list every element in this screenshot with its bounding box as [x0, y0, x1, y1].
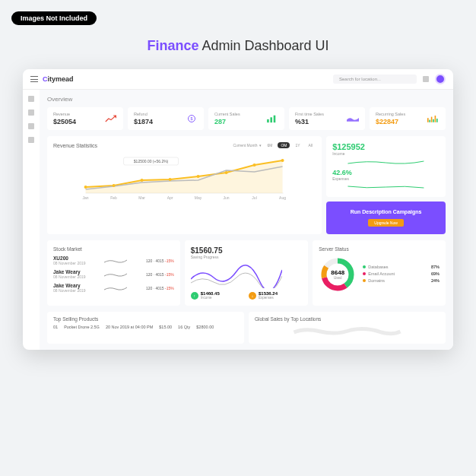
saving-card: $1560.75 Saving Progress ↑ $1460.45Incom… — [185, 240, 309, 306]
svg-text:Apr: Apr — [167, 195, 173, 200]
svg-text:Mar: Mar — [138, 195, 145, 200]
svg-text:May: May — [195, 195, 202, 200]
sidebar-item-settings[interactable] — [28, 137, 34, 143]
menu-icon[interactable] — [30, 76, 38, 82]
sidebar-item-users[interactable] — [28, 109, 34, 116]
svg-rect-7 — [431, 117, 433, 122]
top-products-card: Top Selling Products 01 Pocket Drone 2.5… — [47, 312, 244, 344]
income-sparkline — [332, 159, 440, 165]
svg-text:$: $ — [191, 116, 193, 121]
table-row[interactable]: 01 Pocket Drone 2.5G 20 Nov 2019 at 04:0… — [53, 325, 238, 329]
stat-cards-row: Revenue$25054 Refund$1874 $ Current Sale… — [47, 107, 446, 130]
stat-revenue[interactable]: Revenue$25054 — [47, 107, 123, 130]
dashboard-container: Citymead Search for location... Overview… — [23, 69, 453, 350]
watermark-badge: Images Not Included — [11, 11, 97, 25]
svg-point-17 — [225, 171, 228, 174]
stat-refund[interactable]: Refund$1874 $ — [128, 107, 204, 130]
world-map-icon — [255, 325, 440, 338]
mini-bars-icon — [427, 114, 440, 123]
range-6m[interactable]: 6M — [264, 142, 275, 148]
svg-point-19 — [281, 159, 284, 162]
promo-card: Run Description Campaigns Upgrade Now — [326, 202, 446, 234]
sidebar-item-reports[interactable] — [28, 123, 34, 129]
stock-market-card: Stock Market XU20008 November 2019120 · … — [47, 240, 180, 306]
header: Citymead Search for location... — [23, 69, 453, 90]
stock-row[interactable]: Jake Weary08 November 2019120 · 4015 -15… — [53, 269, 174, 279]
svg-rect-3 — [270, 117, 272, 122]
wave-icon — [347, 114, 359, 123]
svg-point-16 — [197, 175, 200, 178]
svg-rect-8 — [433, 119, 434, 122]
svg-point-12 — [84, 186, 87, 189]
svg-text:Jun: Jun — [224, 195, 230, 200]
saving-expense: ↓ $1536.24Expenses — [249, 291, 302, 300]
svg-text:Jan: Jan — [83, 195, 89, 200]
svg-text:Feb: Feb — [110, 195, 117, 200]
stat-current-sales[interactable]: Current Sales287 — [208, 107, 284, 130]
coin-icon: $ — [186, 114, 198, 123]
sidebar — [23, 90, 40, 350]
server-donut-chart: 8648Used — [319, 255, 357, 294]
server-status-card: Server Status 8648Used Databases87%Emai — [313, 240, 446, 306]
stock-row[interactable]: Jake Weary08 November 2019120 · 4015 -15… — [53, 283, 174, 293]
income-card: $125952 Income 42.6% Expenses — [326, 136, 446, 197]
page-title: Finance Admin Dashboard UI — [0, 38, 476, 54]
revenue-chart-card: Revenue Statistics Current Month▾ 6M OM … — [47, 136, 322, 234]
legend-item: Databases87% — [363, 265, 440, 269]
stock-row[interactable]: XU20008 November 2019120 · 4015 -15% — [53, 255, 174, 265]
promo-title: Run Description Campaigns — [334, 209, 438, 214]
legend-item: Email Account69% — [363, 271, 440, 276]
svg-text:$12500.00 (+56.2%): $12500.00 (+56.2%) — [134, 159, 169, 163]
income-value: $125952 — [332, 142, 440, 151]
svg-rect-4 — [274, 116, 276, 122]
svg-text:Aug: Aug — [279, 195, 286, 200]
stat-first-time[interactable]: First time Sales%31 — [289, 107, 365, 130]
overview-title: Overview — [47, 96, 446, 103]
svg-rect-6 — [429, 120, 430, 122]
range-1y[interactable]: 1Y — [292, 142, 303, 148]
avatar[interactable] — [435, 74, 446, 84]
svg-rect-9 — [435, 116, 436, 122]
svg-rect-2 — [267, 119, 269, 122]
search-input[interactable]: Search for location... — [333, 75, 417, 84]
range-all[interactable]: All — [306, 142, 316, 148]
svg-rect-5 — [427, 118, 429, 122]
legend-item: Domains24% — [363, 278, 440, 283]
saving-chart — [191, 264, 282, 288]
expense-sparkline — [332, 184, 440, 190]
bars-icon — [266, 114, 278, 123]
upgrade-button[interactable]: Upgrade Now — [368, 219, 404, 227]
saving-income: ↑ $1460.45Income — [191, 291, 244, 300]
global-sales-card: Global Sales by Top Locations — [249, 312, 446, 344]
svg-point-15 — [169, 178, 172, 181]
svg-point-14 — [141, 179, 144, 182]
revenue-title: Revenue Statistics — [53, 143, 97, 148]
svg-point-13 — [113, 184, 116, 187]
svg-point-18 — [253, 163, 256, 167]
settings-icon[interactable] — [423, 76, 429, 82]
stat-recurring[interactable]: Recurring Sales$22847 — [370, 107, 446, 130]
main-content: Overview Revenue$25054 Refund$1874 $ Cur… — [40, 90, 453, 350]
sidebar-item-home[interactable] — [28, 96, 34, 102]
logo: Citymead — [43, 75, 74, 83]
range-om[interactable]: OM — [278, 142, 290, 148]
svg-text:Jul: Jul — [252, 195, 256, 200]
revenue-line-chart: $12500.00 (+56.2%) JanFebMarAprMayJunJul… — [53, 151, 316, 201]
month-dropdown[interactable]: Current Month — [233, 143, 257, 148]
svg-rect-10 — [436, 119, 438, 122]
trend-up-icon — [105, 114, 117, 123]
